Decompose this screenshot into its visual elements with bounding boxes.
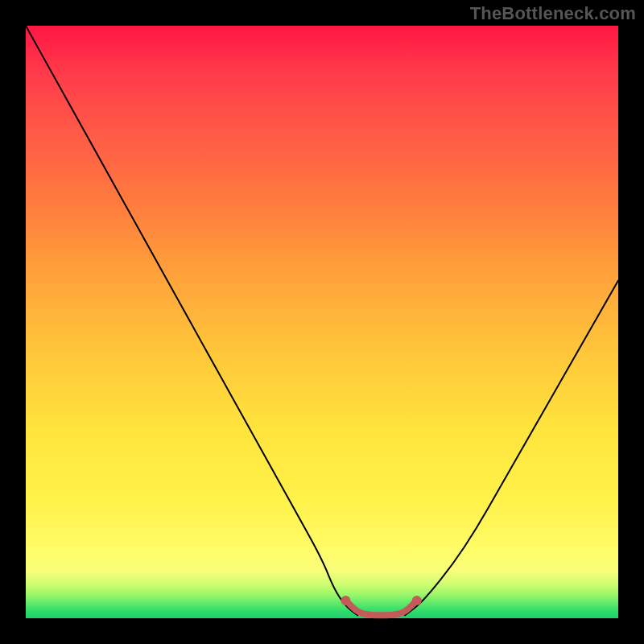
watermark-text: TheBottleneck.com — [470, 3, 636, 24]
curve-layer — [26, 26, 618, 618]
curve-right-branch — [405, 280, 618, 615]
valley-highlight — [345, 601, 416, 615]
valley-endpoint-right — [412, 596, 422, 605]
chart-stage: TheBottleneck.com — [0, 0, 644, 644]
curve-left-branch — [26, 26, 357, 615]
plot-area — [26, 26, 618, 618]
valley-endpoint-left — [341, 596, 350, 605]
